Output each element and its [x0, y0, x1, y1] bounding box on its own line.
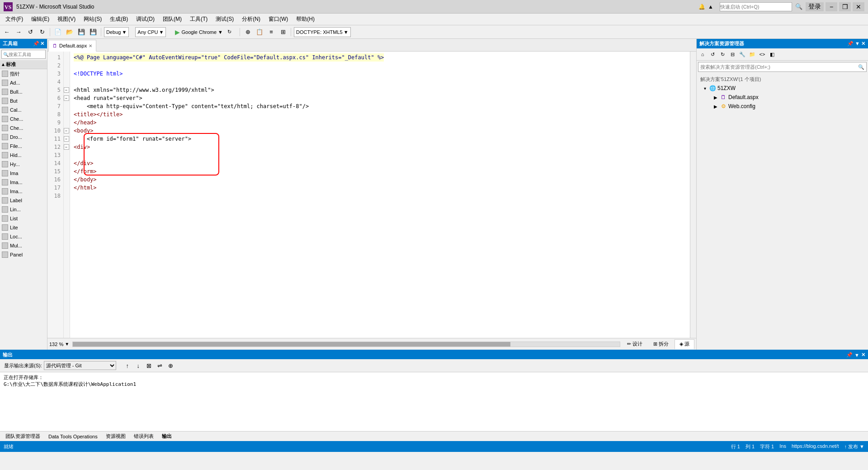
toolbox-item[interactable]: Che...	[0, 123, 47, 133]
toolbox-item[interactable]: Che...	[0, 114, 47, 123]
designer-button[interactable]: ◧	[768, 50, 777, 59]
toolbox-item[interactable]: Loc...	[0, 232, 47, 241]
bottom-panel-tab[interactable]: 团队资源管理器	[2, 432, 44, 440]
toolbox-search[interactable]: 🔍	[1, 50, 46, 59]
debug-mode-dropdown[interactable]: Debug ▼	[104, 27, 129, 37]
view-code-button[interactable]: <>	[758, 50, 767, 59]
attach-button[interactable]: ⊕	[243, 27, 253, 37]
output-wrap-btn[interactable]: ⇌	[155, 361, 165, 370]
right-panel-pin-icon[interactable]: 📌	[847, 41, 854, 47]
bottom-panel-tab[interactable]: 输出	[158, 432, 175, 440]
menu-item-d[interactable]: 调试(D)	[132, 14, 158, 24]
search-icon-btn[interactable]: 🔍	[794, 2, 804, 12]
toolbox-item[interactable]: But	[0, 96, 47, 105]
solution-search-input[interactable]	[700, 64, 857, 70]
toolbox-item[interactable]: File...	[0, 142, 47, 151]
menu-item-v[interactable]: 视图(V)	[54, 14, 79, 24]
tree-item-project[interactable]: ▾ 🌐 51ZXW	[698, 84, 866, 93]
toolbox-item[interactable]: Panel	[0, 250, 47, 259]
new-file-button[interactable]: 📄	[53, 27, 63, 37]
output-source-select[interactable]: 源代码管理 - Git	[44, 361, 116, 370]
menu-item-s[interactable]: 测试(S)	[212, 14, 237, 24]
toolbox-item[interactable]: Ima...	[0, 187, 47, 196]
undo-button[interactable]: ↺	[25, 27, 35, 37]
toolbox-item[interactable]: List	[0, 214, 47, 223]
bottom-panel-tab[interactable]: Data Tools Operations	[45, 433, 101, 440]
refresh-button[interactable]: ↺	[708, 50, 717, 59]
bottom-panel-tab[interactable]: 资源视图	[102, 432, 129, 440]
bottom-panel-tab[interactable]: 错误列表	[130, 432, 157, 440]
output-up-btn[interactable]: ↑	[123, 361, 132, 370]
doctype-dropdown[interactable]: DOCTYPE: XHTML5 ▼	[294, 27, 351, 37]
collapse-button[interactable]: −	[64, 144, 69, 150]
save-all-button[interactable]: 💾	[88, 27, 98, 37]
refresh2-button[interactable]: ↻	[718, 50, 727, 59]
new-item-button[interactable]: 📋	[255, 27, 264, 37]
home-button[interactable]: ⌂	[698, 50, 707, 59]
menu-item-b[interactable]: 生成(B)	[106, 14, 132, 24]
menu-item-t[interactable]: 工具(T)	[186, 14, 211, 24]
right-panel-close-icon[interactable]: ✕	[861, 41, 865, 47]
output-down-btn[interactable]: ↓	[133, 361, 143, 370]
collapse-button[interactable]: −	[64, 128, 69, 133]
toolbox-item[interactable]: Lin...	[0, 205, 47, 214]
toolbox-item[interactable]: Mul...	[0, 241, 47, 250]
toolbox-item[interactable]: Hy...	[0, 160, 47, 169]
toolbox-search-input[interactable]	[9, 52, 44, 57]
run-button[interactable]: ▶ Google Chrome ▼ ↻	[172, 26, 237, 38]
open-button[interactable]: 📂	[65, 27, 75, 37]
restart-button[interactable]: ↻	[224, 27, 234, 37]
toolbox-close-icon[interactable]: ✕	[40, 41, 44, 47]
tab-close-button[interactable]: ✕	[89, 43, 92, 48]
menu-item-m[interactable]: 团队(M)	[159, 14, 185, 24]
editor-view-tab-设计[interactable]: ✏ 设计	[622, 339, 647, 349]
redo-button[interactable]: ↻	[37, 27, 47, 37]
menu-item-f[interactable]: 文件(F)	[2, 14, 27, 24]
tree-item-web-config[interactable]: ▶ ⚙ Web.config	[698, 102, 866, 111]
collapse-all-button[interactable]: ⊟	[728, 50, 737, 59]
menu-item-h[interactable]: 帮助(H)	[292, 14, 318, 24]
forward-button[interactable]: →	[14, 27, 24, 37]
code-content[interactable]: <%@ Page Language="C#" AutoEventWireup="…	[70, 52, 690, 338]
list-button[interactable]: ≡	[266, 27, 276, 37]
quick-launch-input[interactable]	[720, 2, 792, 11]
toolbox-item[interactable]: Cal...	[0, 105, 47, 114]
aspx-expand-icon[interactable]: ▶	[713, 95, 718, 100]
toolbox-item[interactable]: Ima...	[0, 178, 47, 187]
output-clear-btn[interactable]: ⊠	[144, 361, 154, 370]
vertical-scrollbar[interactable]	[690, 52, 696, 338]
horizontal-scrollbar[interactable]	[72, 342, 620, 347]
pin-icon[interactable]: 📌	[33, 41, 39, 47]
solution-search[interactable]: 🔍	[698, 62, 867, 72]
toolbox-item[interactable]: Ad...	[0, 78, 47, 87]
editor-tab-default-aspx[interactable]: 🗒 Default.aspx ✕	[48, 40, 96, 52]
output-arrow-icon[interactable]: ▼	[854, 352, 859, 358]
back-button[interactable]: ←	[2, 27, 12, 37]
menu-item-e[interactable]: 编辑(E)	[28, 14, 53, 24]
output-close-icon[interactable]: ✕	[861, 352, 865, 358]
collapse-button[interactable]: −	[64, 95, 69, 101]
menu-item-s[interactable]: 网站(S)	[80, 14, 105, 24]
minimize-button[interactable]: −	[826, 2, 837, 11]
toolbox-item[interactable]: Bull...	[0, 87, 47, 96]
save-button[interactable]: 💾	[76, 27, 86, 37]
toolbox-item[interactable]: Dro...	[0, 133, 47, 142]
toolbox-item[interactable]: Label	[0, 196, 47, 205]
output-copy-btn[interactable]: ⊕	[166, 361, 176, 370]
collapse-button[interactable]: −	[64, 136, 69, 142]
toolbox-item[interactable]: Lite	[0, 223, 47, 232]
show-all-files-button[interactable]: 📁	[748, 50, 757, 59]
platform-dropdown[interactable]: Any CPU ▼	[135, 27, 166, 37]
right-panel-arrow-icon[interactable]: ▼	[855, 41, 860, 47]
zoom-dropdown-btn[interactable]: ▼	[63, 341, 71, 348]
menu-item-w[interactable]: 窗口(W)	[265, 14, 292, 24]
close-button[interactable]: ✕	[853, 2, 864, 11]
toolbox-section-header[interactable]: ▴ 标准	[0, 60, 47, 69]
properties-button[interactable]: 🔧	[738, 50, 747, 59]
collapse-button[interactable]: −	[64, 87, 69, 93]
tree-item-default-aspx[interactable]: ▶ 🗒 Default.aspx	[698, 93, 866, 102]
toolbox-item[interactable]: 指针	[0, 69, 47, 78]
toolbox-item[interactable]: Ima	[0, 169, 47, 178]
toolbox-item[interactable]: Hid...	[0, 151, 47, 160]
menu-item-n[interactable]: 分析(N)	[238, 14, 264, 24]
